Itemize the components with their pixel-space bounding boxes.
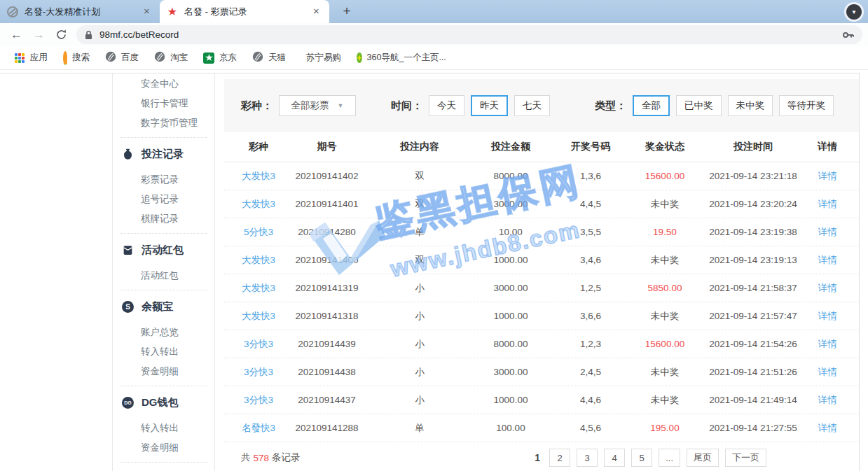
detail-link[interactable]: 详情 <box>805 310 850 323</box>
type-filter-button-1[interactable]: 已中奖 <box>676 95 722 116</box>
page-button-2[interactable]: 2 <box>549 449 570 467</box>
tab-plan[interactable]: 名發-大发精准计划 × <box>0 0 160 23</box>
reload-icon[interactable] <box>55 29 67 41</box>
type-filter-button-3[interactable]: 等待开奖 <box>779 95 834 116</box>
sidebar-section-21[interactable]: ♣资金管理 <box>113 467 214 471</box>
table-row: 3分快320210914438小3000.002,4,5未中奖2021-09-1… <box>224 358 859 386</box>
bookmark-item[interactable]: 苏宁易购 <box>294 52 349 64</box>
cell-issue: 20210914439 <box>283 339 371 349</box>
bookmark-item[interactable]: 百度 <box>97 51 146 64</box>
cell-lottery[interactable]: 名發快3 <box>234 422 283 435</box>
bookmark-item[interactable]: 京东 <box>195 52 244 64</box>
type-filter-button-0[interactable]: 全部 <box>633 95 670 116</box>
page-last-button[interactable]: 尾页 <box>687 449 719 467</box>
sidebar-divider <box>120 233 207 234</box>
bookmark-item[interactable]: 应用 <box>6 52 55 64</box>
total-records-count: 578 <box>254 453 270 463</box>
sidebar-item-7[interactable]: 棋牌记录 <box>113 209 214 229</box>
bookmark-item[interactable]: 搜索 <box>55 52 97 64</box>
tab-bet-record[interactable]: ★ 名發 - 彩票记录 × <box>160 0 329 23</box>
cell-numbers: 2,4,5 <box>553 367 628 377</box>
cell-lottery[interactable]: 3分快3 <box>234 338 283 351</box>
page-button-5[interactable]: 5 <box>631 449 652 467</box>
table-row: 大发快3202109141401双3000.004,4,5未中奖2021-09-… <box>224 190 859 218</box>
sidebar-item-15[interactable]: 资金明细 <box>113 362 214 381</box>
sidebar-section-17[interactable]: DGDG钱包 <box>113 391 214 414</box>
chevron-down-icon: ▼ <box>846 4 862 20</box>
cell-lottery[interactable]: 大发快3 <box>234 170 283 183</box>
cell-lottery[interactable]: 大发快3 <box>234 254 283 267</box>
sidebar-item-label: 活动红包 <box>142 244 184 257</box>
sidebar-item-0[interactable]: 安全中心 <box>113 74 214 94</box>
detail-link[interactable]: 详情 <box>805 254 850 267</box>
time-filter-button-1[interactable]: 昨天 <box>471 95 508 116</box>
cell-lottery[interactable]: 大发快3 <box>234 310 283 323</box>
pagination-bar: 共 578 条记录 1 2345... 尾页 下一页 <box>224 442 859 471</box>
bookmark-item[interactable]: +360导航_一个主页... <box>349 52 454 64</box>
sidebar-item-18[interactable]: 转入转出 <box>113 419 214 438</box>
sidebar-item-5[interactable]: 彩票记录 <box>113 170 214 190</box>
cell-content: 单 <box>371 226 469 239</box>
cell-issue: 20210914438 <box>283 367 371 377</box>
cell-lottery[interactable]: 大发快3 <box>234 282 283 295</box>
page-button-3[interactable]: 3 <box>577 449 598 467</box>
page-current: 1 <box>535 452 540 463</box>
lottery-select[interactable]: 全部彩票 ▼ <box>279 95 356 116</box>
cell-time: 2021-09-14 21:27:55 <box>701 423 805 433</box>
bookmark-item[interactable]: 淘宝 <box>146 51 195 64</box>
sidebar-item-19[interactable]: 资金明细 <box>113 438 214 458</box>
new-tab-button[interactable]: + <box>338 3 356 20</box>
page-content: 安全中心银行卡管理数字货币管理投注记录彩票记录追号记录棋牌记录活动红包活动红包S… <box>0 70 868 471</box>
sidebar-item-10[interactable]: 活动红包 <box>113 266 214 286</box>
page-next-button[interactable]: 下一页 <box>725 449 766 467</box>
table-row: 3分快320210914437小1000.004,4,6未中奖2021-09-1… <box>224 386 859 414</box>
bookmark-item[interactable]: 天猫 <box>244 51 294 64</box>
table-row: 大发快3202109141318小1000.003,6,6未中奖2021-09-… <box>224 302 859 330</box>
cell-lottery[interactable]: 3分快3 <box>234 366 283 379</box>
sidebar-item-13[interactable]: 账户总览 <box>113 323 214 342</box>
page-button-...[interactable]: ... <box>659 449 680 467</box>
sidebar-section-4[interactable]: 投注记录 <box>113 142 214 166</box>
address-bar[interactable]: 98mf.cc/betRecord <box>76 25 862 44</box>
type-filter-button-2[interactable]: 未中奖 <box>728 95 773 116</box>
sidebar-section-12[interactable]: S余额宝 <box>113 295 214 318</box>
bookmark-label: 360导航_一个主页... <box>367 52 446 64</box>
detail-link[interactable]: 详情 <box>805 422 850 435</box>
sidebar-item-2[interactable]: 数字货币管理 <box>113 113 214 133</box>
browser-control-button[interactable]: ▼ <box>844 2 864 22</box>
key-icon[interactable] <box>842 30 855 40</box>
close-tab-icon[interactable]: × <box>141 6 153 17</box>
sidebar-item-1[interactable]: 银行卡管理 <box>113 94 214 113</box>
cell-numbers: 1,3,6 <box>553 171 628 181</box>
cell-lottery[interactable]: 3分快3 <box>234 394 283 407</box>
sidebar-item-6[interactable]: 追号记录 <box>113 190 214 209</box>
cell-content: 小 <box>371 310 469 323</box>
detail-link[interactable]: 详情 <box>805 366 850 379</box>
detail-link[interactable]: 详情 <box>805 226 850 239</box>
detail-link[interactable]: 详情 <box>805 394 850 407</box>
cell-lottery[interactable]: 大发快3 <box>234 198 283 211</box>
url-text[interactable]: 98mf.cc/betRecord <box>99 29 842 40</box>
detail-link[interactable]: 详情 <box>805 170 850 183</box>
bookmark-label: 淘宝 <box>170 52 188 64</box>
sidebar-item-label: 银行卡管理 <box>141 98 188 108</box>
cell-lottery[interactable]: 5分快3 <box>234 226 283 239</box>
close-tab-icon[interactable]: × <box>310 6 322 17</box>
page-button-4[interactable]: 4 <box>604 449 625 467</box>
cell-time: 2021-09-14 21:54:26 <box>701 339 805 349</box>
detail-link[interactable]: 详情 <box>805 198 850 211</box>
detail-link[interactable]: 详情 <box>805 338 850 351</box>
s-circle-icon: S <box>122 301 134 313</box>
cell-prize: 5850.00 <box>628 283 701 293</box>
time-filter-button-0[interactable]: 今天 <box>429 95 464 116</box>
filter-bar: 彩种： 全部彩票 ▼ 时间： 今天昨天七天 类型： 全部已中奖未中奖等待开奖 <box>224 79 859 132</box>
detail-link[interactable]: 详情 <box>805 282 850 295</box>
back-button[interactable]: ← <box>11 29 22 41</box>
sidebar-item-14[interactable]: 转入转出 <box>113 342 214 362</box>
cell-amount: 8000.00 <box>469 339 553 349</box>
cell-prize: 未中奖 <box>628 366 701 379</box>
cell-content: 双 <box>371 198 469 211</box>
cell-amount: 1000.00 <box>469 311 553 321</box>
time-filter-button-2[interactable]: 七天 <box>514 95 550 116</box>
sidebar-section-9[interactable]: 活动红包 <box>113 238 214 262</box>
